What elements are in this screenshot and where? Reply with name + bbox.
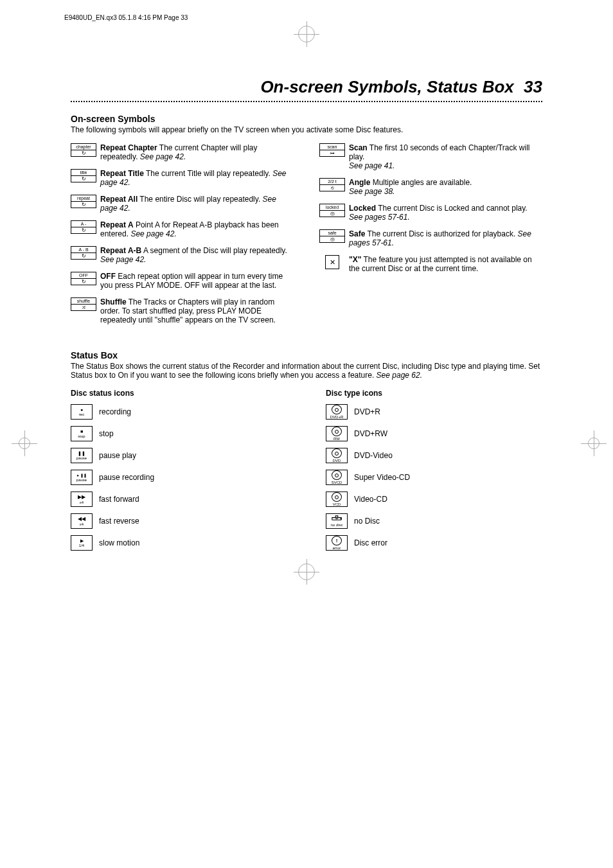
term-label: Repeat Chapter [100, 143, 157, 152]
symbol-angle: 2/2 t ⎋ Angle Multiple angles are availa… [319, 178, 542, 196]
term-label: Safe [349, 229, 365, 238]
term-label: OFF [100, 272, 116, 281]
symbol-safe: safe ◎ Safe The current Disc is authoriz… [319, 229, 542, 247]
icon-label: recording [99, 407, 131, 416]
term-label: Scan [349, 143, 368, 152]
record-icon: ●rec [71, 404, 93, 420]
status-row: ◀◀x4 fast reverse [71, 513, 287, 529]
print-header-line: E9480UD_EN.qx3 05.1.8 4:16 PM Page 33 [64, 14, 188, 21]
icon-label: pause recording [99, 473, 154, 482]
off-icon: OFF [71, 272, 96, 279]
disc-type-heading: Disc type icons [326, 389, 542, 398]
repeat-all-icon: repeat [71, 195, 96, 202]
loop-icon: ↻ [71, 227, 96, 234]
disc-type-col: Disc type icons DVD+R DVD+R RW DVD+RW DV… [326, 389, 542, 557]
icon-label: DVD-Video [354, 451, 393, 460]
scan-icon: scan [319, 143, 345, 150]
term-label: Locked [349, 204, 376, 213]
icon-label: DVD+RW [354, 429, 387, 438]
type-row: DVD+R DVD+R [326, 404, 542, 420]
symbol-shuffle: shuffle ⤭ Shuffle The Tracks or Chapters… [71, 297, 294, 324]
angle-icon: 2/2 t [319, 178, 345, 185]
status-heading: Status Box [71, 350, 542, 360]
icon-label: Disc error [354, 538, 387, 547]
page-ref: See page 42. [130, 229, 176, 238]
icon-label: fast forward [99, 495, 139, 504]
status-row: ● ❚❚pause pause recording [71, 470, 287, 485]
status-row: ▶▶x4 fast forward [71, 492, 287, 507]
page-ref: See pages 57-61. [349, 213, 410, 222]
repeat-ab-icon: A - B [71, 246, 96, 253]
term-label: Shuffle [100, 297, 127, 306]
symbol-repeat-a: A - ↻ Repeat A Point A for Repeat A-B pl… [71, 220, 294, 238]
icon-label: no Disc [354, 517, 380, 526]
safe-icon-lower: ◎ [319, 236, 345, 243]
status-intro: The Status Box shows the current status … [71, 362, 542, 380]
term-desc: Multiple angles are available. [370, 178, 472, 187]
locked-icon-lower: ◎ [319, 211, 345, 217]
symbol-scan: scan ↦ Scan The first 10 seconds of each… [319, 143, 542, 170]
crop-mark-left [18, 437, 31, 450]
status-row: ■stop stop [71, 426, 287, 441]
page-ref: See page 42. [140, 152, 186, 161]
x-icon: ✕ [325, 255, 339, 269]
disc-error-icon: ! error [326, 535, 348, 551]
term-label: Repeat A-B [100, 246, 141, 255]
title-row: On-screen Symbols, Status Box 33 [71, 77, 542, 97]
icon-label: Video-CD [354, 495, 387, 504]
icon-label: slow motion [99, 538, 139, 547]
type-row: ! error Disc error [326, 535, 542, 551]
stop-icon: ■stop [71, 426, 93, 441]
term-desc: The feature you just attempted is not av… [349, 255, 532, 273]
term-desc: The current Title will play repeatedly. [144, 169, 272, 178]
icon-label: pause play [99, 451, 136, 460]
disc-status-col: Disc status icons ●rec recording ■stop s… [71, 389, 287, 557]
dvd-r-icon: DVD+R [326, 404, 348, 420]
onscreen-intro: The following symbols will appear briefl… [71, 125, 542, 134]
repeat-chapter-icon: chapter [71, 143, 96, 150]
loop-icon: ↻ [71, 202, 96, 208]
page-ref: See page 42. [100, 255, 146, 264]
symbol-x: ✕ "X" The feature you just attempted is … [319, 255, 542, 273]
page-ref: See page 38. [349, 187, 395, 196]
status-row: ❚❚pause pause play [71, 448, 287, 463]
loop-icon: ↻ [71, 150, 96, 157]
crop-mark-bottom [298, 563, 315, 580]
fast-forward-icon: ▶▶x4 [71, 492, 93, 507]
status-row: ●rec recording [71, 404, 287, 420]
page-ref: See page 41. [349, 161, 395, 170]
onscreen-left-col: chapter ↻ Repeat Chapter The current Cha… [71, 143, 294, 332]
term-desc: The current Disc is Locked and cannot pl… [376, 204, 528, 213]
icon-label: stop [99, 429, 114, 438]
term-desc: The Tracks or Chapters will play in rand… [100, 297, 276, 324]
shuffle-icon: shuffle [71, 297, 96, 305]
onscreen-heading: On-screen Symbols [71, 114, 542, 124]
icon-label: DVD+R [354, 407, 380, 416]
crop-mark-top [298, 26, 315, 42]
vcd-icon: VCD [326, 492, 348, 507]
page-title: On-screen Symbols, Status Box [260, 77, 513, 96]
term-label: Repeat A [100, 220, 134, 229]
type-row: no disc no Disc [326, 513, 542, 529]
slow-motion-icon: ▶1/4 [71, 535, 93, 551]
crop-mark-right [587, 437, 600, 450]
scan-icon-lower: ↦ [319, 150, 345, 157]
locked-icon: locked [319, 204, 345, 211]
symbol-repeat-all: repeat ↻ Repeat All The entire Disc will… [71, 195, 294, 213]
status-row: ▶1/4 slow motion [71, 535, 287, 551]
dvd-video-icon: DVD [326, 448, 348, 463]
symbol-repeat-ab: A - B ↻ Repeat A-B A segment of the Disc… [71, 246, 294, 264]
loop-icon: ↻ [71, 253, 96, 260]
symbol-repeat-chapter: chapter ↻ Repeat Chapter The current Cha… [71, 143, 294, 161]
symbol-locked: locked ◎ Locked The current Disc is Lock… [319, 204, 542, 222]
repeat-title-icon: title [71, 169, 96, 176]
term-label: Repeat Title [100, 169, 144, 178]
term-desc: A segment of the Disc will play repeated… [141, 246, 287, 255]
icon-label: fast reverse [99, 517, 139, 526]
type-row: VCD Video-CD [326, 492, 542, 507]
symbol-repeat-title: title ↻ Repeat Title The current Title w… [71, 169, 294, 187]
fast-reverse-icon: ◀◀x4 [71, 513, 93, 529]
disc-status-heading: Disc status icons [71, 389, 287, 398]
no-disc-icon: no disc [326, 513, 348, 529]
shuffle-icon-lower: ⤭ [71, 305, 96, 311]
